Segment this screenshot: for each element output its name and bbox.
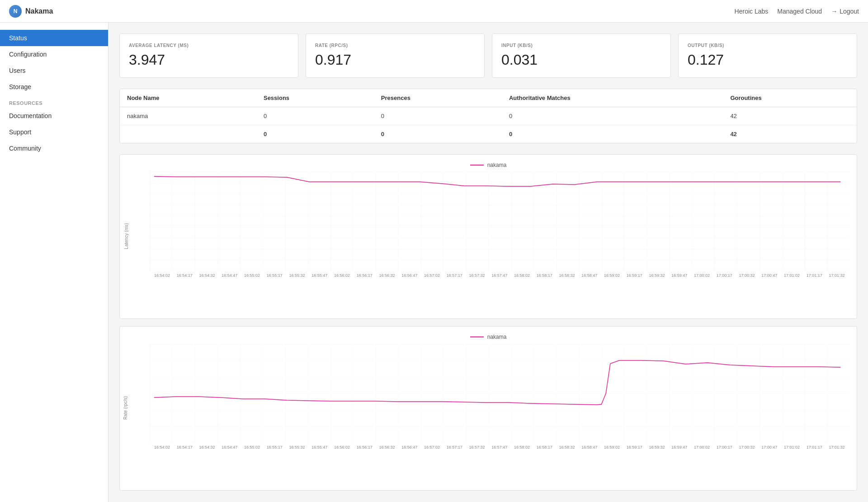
col-presences: Presences [374, 89, 502, 107]
latency-y-label: Latency (ms) [124, 223, 129, 249]
rate-label: RATE (RPC/S) [315, 43, 475, 48]
sidebar-item-support[interactable]: Support [0, 124, 108, 140]
col-node-name: Node Name [120, 89, 256, 107]
total-presences-cell: 0 [374, 125, 502, 143]
total-goroutines-cell: 42 [723, 125, 857, 143]
layout: Status Configuration Users Storage RESOU… [0, 23, 868, 502]
logout-label: Logout [840, 8, 859, 15]
rate-y-label: Rate (rpc/s) [123, 396, 128, 420]
nodes-table: Node Name Sessions Presences Authoritati… [120, 89, 857, 143]
main-content: AVERAGE LATENCY (MS) 3.947 RATE (RPC/S) … [108, 23, 868, 502]
rate-chart-title: nakama [487, 334, 507, 340]
latency-chart-svg: 4.5 4.0 3.5 3.0 2.5 2.0 1.5 1.0 0.5 0 [150, 172, 849, 271]
resources-section-label: RESOURCES [0, 95, 108, 108]
header: N Nakama Heroic Labs Managed Cloud → Log… [0, 0, 868, 23]
sidebar-item-storage[interactable]: Storage [0, 79, 108, 95]
rate-chart-svg: 1.2 1.0 0.8 0.6 0.4 0.2 [150, 344, 849, 443]
latency-chart-wrapper: 4.5 4.0 3.5 3.0 2.5 2.0 1.5 1.0 0.5 0 [150, 172, 849, 271]
rate-chart-legend: nakama [127, 334, 849, 340]
goroutines-cell: 42 [723, 107, 857, 125]
avg-latency-card: AVERAGE LATENCY (MS) 3.947 [119, 33, 298, 78]
svg-rect-0 [150, 172, 849, 271]
node-name-cell: nakama [120, 107, 256, 125]
rate-legend-line-icon [470, 336, 484, 337]
sidebar-item-users[interactable]: Users [0, 62, 108, 79]
output-label: OUTPUT (KB/S) [688, 43, 848, 48]
output-value: 0.127 [688, 52, 848, 68]
logout-icon: → [831, 8, 837, 15]
input-value: 0.031 [501, 52, 661, 68]
table-row: nakama 0 0 0 42 [120, 107, 857, 125]
header-nav: Heroic Labs Managed Cloud → Logout [735, 8, 859, 15]
avg-latency-value: 3.947 [129, 52, 289, 68]
sidebar-item-documentation[interactable]: Documentation [0, 108, 108, 124]
sidebar: Status Configuration Users Storage RESOU… [0, 23, 108, 502]
total-label-cell [120, 125, 256, 143]
logout-link[interactable]: → Logout [831, 8, 859, 15]
col-auth-matches: Authoritative Matches [502, 89, 723, 107]
col-goroutines: Goroutines [723, 89, 857, 107]
sidebar-item-configuration[interactable]: Configuration [0, 46, 108, 62]
managed-cloud-link[interactable]: Managed Cloud [777, 8, 822, 15]
sidebar-item-status[interactable]: Status [0, 30, 108, 46]
latency-chart-outer: Latency (ms) 4.5 4.0 3.5 [127, 172, 849, 300]
rate-chart-wrapper: 1.2 1.0 0.8 0.6 0.4 0.2 [150, 344, 849, 443]
stat-cards: AVERAGE LATENCY (MS) 3.947 RATE (RPC/S) … [119, 33, 857, 78]
total-auth-matches-cell: 0 [502, 125, 723, 143]
output-card: OUTPUT (KB/S) 0.127 [678, 33, 857, 78]
sessions-cell: 0 [256, 107, 374, 125]
logo: N Nakama [9, 5, 53, 18]
rate-chart-outer: Rate (rpc/s) 1.2 1.0 0.8 0.6 [127, 344, 849, 472]
auth-matches-cell: 0 [502, 107, 723, 125]
heroic-labs-link[interactable]: Heroic Labs [735, 8, 769, 15]
logo-icon: N [9, 5, 22, 18]
input-label: INPUT (KB/S) [501, 43, 661, 48]
rate-x-ticks: 16:54:02 16:54:17 16:54:32 16:54:47 16:5… [150, 445, 849, 450]
latency-chart-legend: nakama [127, 162, 849, 168]
col-sessions: Sessions [256, 89, 374, 107]
input-card: INPUT (KB/S) 0.031 [492, 33, 671, 78]
logo-text: Nakama [25, 7, 53, 15]
avg-latency-label: AVERAGE LATENCY (MS) [129, 43, 289, 48]
legend-line-icon [470, 165, 484, 166]
rate-value: 0.917 [315, 52, 475, 68]
latency-chart-section: nakama Latency (ms) 4.5 [119, 154, 857, 319]
sidebar-item-community[interactable]: Community [0, 140, 108, 156]
latency-x-ticks: 16:54:02 16:54:17 16:54:32 16:54:47 16:5… [150, 273, 849, 278]
table-total-row: 0 0 0 42 [120, 125, 857, 143]
rate-chart-section: nakama Rate (rpc/s) 1.2 1.0 [119, 326, 857, 491]
total-sessions-cell: 0 [256, 125, 374, 143]
latency-chart-title: nakama [487, 162, 507, 168]
rate-card: RATE (RPC/S) 0.917 [306, 33, 485, 78]
nodes-table-section: Node Name Sessions Presences Authoritati… [119, 89, 857, 143]
presences-cell: 0 [374, 107, 502, 125]
svg-rect-11 [150, 344, 849, 443]
